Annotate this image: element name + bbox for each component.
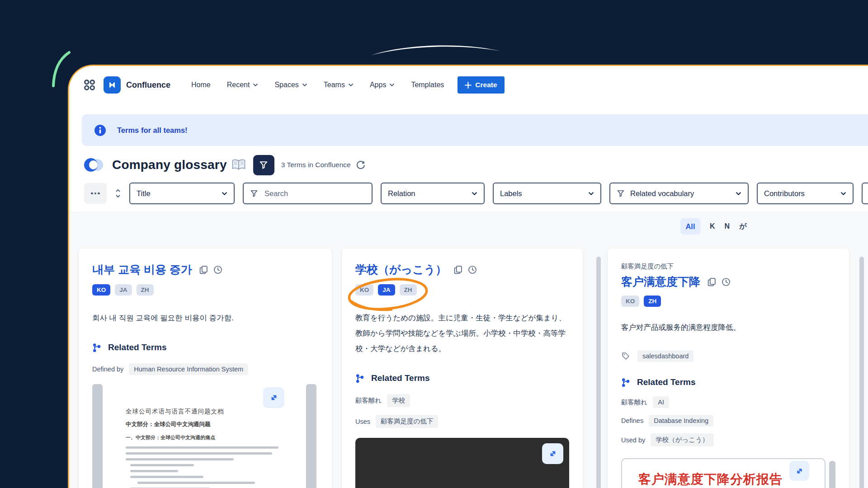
plus-icon — [465, 82, 472, 89]
document-preview: 全球公司术语与语言不通问题文档 中文部分：全球公司中文沟通问题 一、中文部分：全… — [92, 384, 318, 488]
chevron-down-icon — [840, 192, 846, 196]
branch-icon — [92, 343, 102, 352]
expand-preview-button[interactable] — [789, 461, 809, 481]
column-scrollbar[interactable] — [859, 257, 864, 488]
chevron-down-icon — [389, 83, 395, 87]
term-description: 회사 내 직원 교육에 필요한 비용이 증가함. — [92, 310, 311, 325]
preview-scrollbar[interactable] — [829, 461, 835, 488]
contributors-select[interactable]: Contributors — [757, 183, 854, 204]
related-term-chip[interactable]: 学校 — [387, 394, 410, 407]
chevron-down-icon — [348, 83, 354, 87]
nav-item-home[interactable]: Home — [191, 81, 211, 89]
spaces-select[interactable]: Sp — [862, 183, 868, 204]
expand-preview-button[interactable] — [542, 443, 563, 464]
badge-ja[interactable]: JA — [378, 284, 395, 296]
copy-icon[interactable] — [707, 277, 717, 286]
relation-row: Defined by Human Resource Information Sy… — [92, 363, 318, 375]
preview-scrollbar[interactable] — [92, 384, 103, 488]
labels-select[interactable]: Labels — [493, 183, 601, 204]
refresh-icon[interactable] — [356, 160, 365, 169]
confluence-logo-icon[interactable] — [104, 76, 121, 94]
relation-select[interactable]: Relation — [381, 183, 485, 204]
preview-scrollbar[interactable] — [306, 384, 316, 488]
top-navbar: Confluence Home Recent Spaces Teams Apps… — [69, 66, 868, 104]
badge-zh[interactable]: ZH — [137, 284, 154, 296]
language-badges: KO JA ZH — [355, 284, 417, 296]
alphabet-option[interactable]: N — [725, 222, 730, 230]
badge-ja[interactable]: JA — [115, 284, 132, 296]
relation-row: 顧客離れ AI — [621, 396, 835, 408]
term-description: 教育を行うための施設。主に児童・生徒・学生などが集まり、教師から学問や技能などを… — [355, 310, 569, 356]
chevron-down-icon — [302, 83, 307, 87]
relation-row: Used by 学校（がっこう） — [621, 433, 835, 446]
column-scrollbar[interactable] — [596, 257, 601, 488]
badge-ko[interactable]: KO — [355, 284, 373, 296]
related-term-chip[interactable]: 学校（がっこう） — [651, 433, 713, 446]
language-badges: KO ZH — [621, 296, 661, 307]
copy-icon[interactable] — [199, 265, 208, 274]
relation-row: 顧客離れ 学校 — [355, 394, 569, 407]
expand-icon — [795, 466, 804, 476]
nav-item-spaces[interactable]: Spaces — [274, 81, 307, 89]
related-term-chip[interactable]: Database Indexing — [649, 415, 713, 427]
copy-icon[interactable] — [453, 265, 463, 274]
funnel-icon — [250, 189, 258, 197]
badge-zh[interactable]: ZH — [644, 296, 661, 307]
expand-preview-button[interactable] — [263, 387, 284, 408]
clock-icon[interactable] — [213, 265, 222, 274]
clock-icon[interactable] — [722, 277, 731, 286]
nav-item-templates[interactable]: Templates — [411, 81, 444, 89]
term-card: 내부 교육 비용 증가 KO JA ZH 회사 내 직원 교육에 필요한 비용이… — [79, 249, 332, 488]
alphabet-option[interactable]: が — [739, 222, 746, 231]
filter-toolbar: Title Relation Labels Related vocabulary… — [84, 183, 868, 204]
badge-ko[interactable]: KO — [92, 284, 110, 296]
glossary-filter-button[interactable] — [253, 155, 274, 175]
doc-section-title: 一、中文部分：全球公司中文沟通的痛点 — [126, 434, 285, 441]
alphabet-option[interactable]: K — [710, 222, 715, 230]
label-chip[interactable]: salesdashboard — [637, 350, 693, 362]
term-overline: 顧客満足度の低下 — [621, 262, 835, 271]
related-terms-heading: Related Terms — [621, 377, 835, 387]
alphabet-option-all[interactable]: All — [680, 218, 700, 235]
related-term-chip[interactable]: Human Resource Information System — [129, 363, 248, 375]
chevron-down-icon — [736, 192, 741, 196]
clock-icon[interactable] — [468, 265, 477, 274]
nav-item-apps[interactable]: Apps — [370, 81, 395, 89]
related-term-chip[interactable]: AI — [653, 396, 669, 408]
badge-zh[interactable]: ZH — [400, 284, 417, 296]
page-title: Company glossary — [112, 158, 227, 172]
banner-text: Terms for all teams! — [117, 126, 188, 135]
related-vocabulary-select[interactable]: Related vocabulary — [609, 183, 749, 204]
chevron-down-icon — [588, 192, 594, 196]
doc-heading: 全球公司术语与语言不通问题文档 — [126, 408, 285, 416]
info-icon — [94, 124, 106, 136]
app-switcher-icon[interactable] — [83, 79, 96, 91]
chevron-down-icon — [472, 192, 477, 196]
funnel-icon — [617, 189, 625, 197]
terms-count: 3 Terms in Confluence — [281, 161, 351, 169]
more-options-button[interactable] — [84, 183, 107, 204]
relation-row: Defines Database Indexing — [621, 415, 835, 427]
term-card: 顧客満足度の低下 客户满意度下降 KO ZH 客户对产品或服务的满意程度降低。 — [608, 249, 849, 488]
term-title[interactable]: 내부 교육 비용 증가 — [92, 262, 192, 277]
search-box[interactable] — [243, 183, 373, 204]
nav-item-recent[interactable]: Recent — [227, 81, 259, 89]
preview-document: 全球公司术语与语言不通问题文档 中文部分：全球公司中文沟通问题 一、中文部分：全… — [104, 384, 289, 488]
alphabet-filter: All K N が — [680, 218, 747, 235]
sort-field-select[interactable]: Title — [129, 183, 235, 204]
badge-ko[interactable]: KO — [621, 296, 639, 307]
branch-icon — [621, 378, 631, 387]
related-terms-heading: Related Terms — [355, 373, 569, 383]
term-title[interactable]: 学校（がっこう） — [355, 262, 447, 277]
search-input[interactable] — [264, 189, 365, 198]
sort-order-icon[interactable] — [115, 188, 121, 198]
nav-item-teams[interactable]: Teams — [324, 81, 354, 89]
related-terms-heading: Related Terms — [92, 343, 318, 352]
term-card: 学校（がっこう） KO JA ZH 教育を — [342, 249, 583, 488]
brand-name: Confluence — [126, 80, 170, 90]
create-button[interactable]: Create — [458, 76, 504, 94]
related-term-chip[interactable]: 顧客満足度の低下 — [376, 415, 438, 428]
term-title[interactable]: 客户满意度下降 — [621, 274, 700, 289]
board-area: All K N が 내부 교육 비용 증가 KO JA — [69, 211, 868, 488]
glossary-header: Company glossary 3 Terms in Confluence — [84, 153, 365, 177]
